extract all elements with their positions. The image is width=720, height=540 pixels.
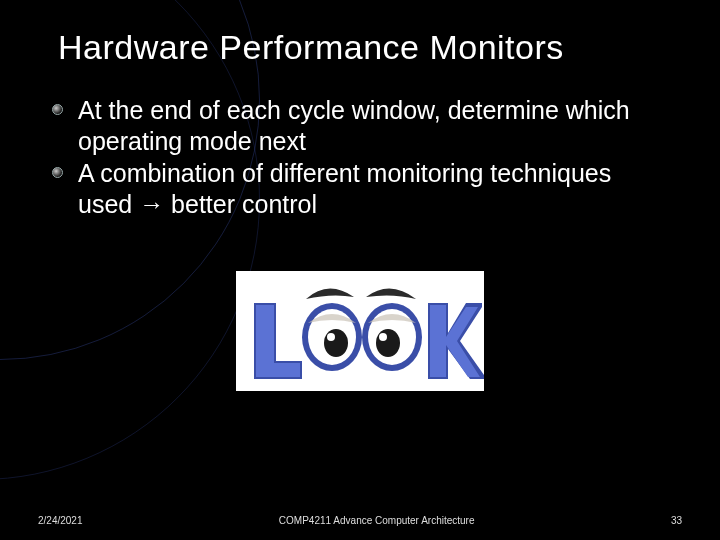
svg-point-3 — [324, 329, 348, 357]
slide-title: Hardware Performance Monitors — [58, 28, 672, 67]
bullet-icon — [52, 167, 63, 178]
svg-point-8 — [379, 333, 387, 341]
bullet-text: A combination of different monitoring te… — [78, 159, 611, 218]
bullet-list: At the end of each cycle window, determi… — [48, 95, 672, 219]
footer-course: COMP4211 Advance Computer Architecture — [83, 515, 671, 526]
footer-date: 2/24/2021 — [38, 515, 83, 526]
bullet-item: A combination of different monitoring te… — [52, 158, 666, 219]
look-logo-svg — [236, 271, 484, 391]
look-logo — [236, 271, 484, 391]
svg-point-4 — [327, 333, 335, 341]
slide: Hardware Performance Monitors At the end… — [0, 0, 720, 540]
footer-page-number: 33 — [671, 515, 682, 526]
svg-point-7 — [376, 329, 400, 357]
bullet-icon — [52, 104, 63, 115]
bullet-text: At the end of each cycle window, determi… — [78, 96, 630, 155]
slide-footer: 2/24/2021 COMP4211 Advance Computer Arch… — [0, 515, 720, 526]
image-container — [48, 271, 672, 391]
bullet-item: At the end of each cycle window, determi… — [52, 95, 666, 156]
